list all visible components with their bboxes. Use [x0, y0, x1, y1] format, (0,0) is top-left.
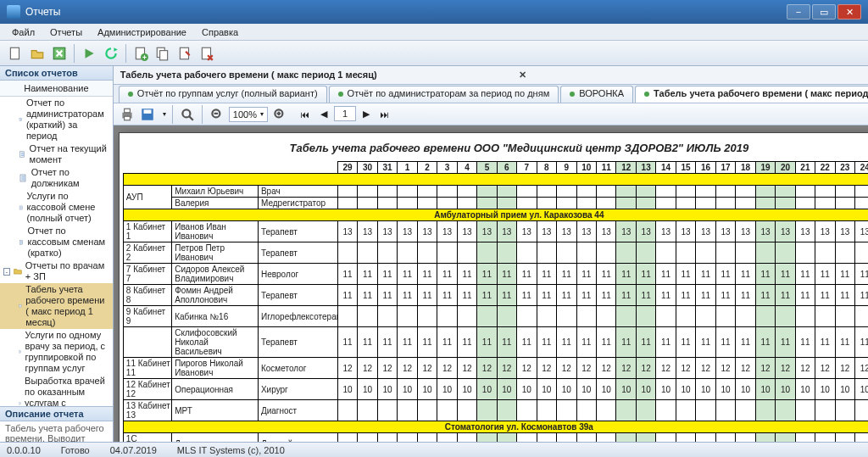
role-cell: Терапевт — [258, 327, 337, 358]
name-cell: Склифосовский Николай Васильевич — [172, 327, 259, 358]
page-number-input[interactable]: 1 — [334, 106, 356, 121]
tree-item[interactable]: Отчет на текущий момент — [0, 142, 113, 166]
day-cell — [398, 400, 417, 421]
report-tab[interactable]: Отчёт по администраторам за период по дн… — [329, 86, 559, 103]
tree-item[interactable]: Услуги по кассовой смене (полный отчет) — [0, 190, 113, 225]
day-cell: 11 — [477, 327, 497, 358]
day-header: 21 — [795, 162, 815, 174]
svg-rect-99 — [124, 109, 130, 113]
zoom-out-icon[interactable] — [209, 106, 225, 123]
toolbar-add-report-icon[interactable] — [131, 43, 151, 64]
save-dropdown-icon[interactable]: ▾ — [163, 110, 166, 118]
tree-item[interactable]: Услуги по одному врачу за период, с груп… — [0, 329, 113, 375]
report-scroll-area[interactable]: Табель учета рабочего времени ООО "Медиц… — [114, 125, 868, 442]
tab-status-icon — [644, 92, 649, 97]
day-cell: 11 — [696, 285, 715, 306]
day-cell: 10 — [616, 379, 636, 400]
cab-cell: 2 Кабинет 2 — [123, 242, 171, 264]
day-cell: 11 — [835, 264, 854, 285]
toolbar-open-icon[interactable] — [27, 43, 47, 64]
day-cell — [337, 242, 357, 264]
toolbar-edit-report-icon[interactable] — [175, 43, 195, 64]
day-cell: 12 — [656, 358, 676, 379]
day-cell — [557, 242, 576, 264]
day-cell: 11 — [337, 327, 357, 358]
day-cell — [537, 186, 556, 198]
day-cell: 13 — [358, 221, 377, 242]
tree-item[interactable]: Выработка врачей по оказанным услугам с … — [0, 375, 113, 406]
day-cell: 10 — [537, 379, 556, 400]
report-tab[interactable]: Табель учета рабочего времени ( макс пер… — [635, 86, 868, 103]
day-cell: 10 — [557, 379, 576, 400]
day-cell — [736, 306, 755, 327]
svg-marker-3 — [114, 47, 118, 52]
day-cell: 10 — [398, 379, 417, 400]
day-cell: 11 — [715, 327, 735, 358]
report-tab[interactable]: ВОРОНКА — [560, 86, 633, 103]
report-tree[interactable]: Отчет по администраторам (краткий) за пе… — [0, 97, 113, 406]
tree-toggle-icon[interactable]: - — [3, 268, 10, 276]
day-cell: 12 — [795, 433, 815, 443]
toolbar-run-icon[interactable] — [79, 43, 99, 64]
report-tab[interactable]: Отчёт по группам услуг (полный вариант) — [119, 86, 327, 103]
toolbar-export-icon[interactable] — [49, 43, 70, 64]
day-cell — [457, 400, 476, 421]
window-close-button[interactable]: ✕ — [837, 4, 861, 20]
zoom-in-icon[interactable] — [271, 106, 288, 123]
tree-item-label: Отчеты по врачам + ЗП — [25, 260, 110, 282]
day-cell: 12 — [557, 433, 576, 443]
menu-admin[interactable]: Администрирование — [91, 25, 193, 39]
day-cell — [398, 306, 417, 327]
toolbar-new-icon[interactable] — [5, 43, 25, 64]
day-cell: 11 — [398, 285, 417, 306]
tree-item[interactable]: Отчет по администраторам (краткий) за пе… — [0, 97, 113, 142]
day-cell: 12 — [398, 433, 417, 443]
tree-item-label: Отчет на текущий момент — [30, 143, 110, 165]
menu-reports[interactable]: Отчеты — [43, 25, 89, 39]
cab-cell: 9 Кабинет 9 — [123, 306, 171, 327]
page-prev-icon[interactable]: ◀ — [315, 106, 332, 123]
toolbar-reset-icon[interactable] — [101, 43, 121, 64]
menu-file[interactable]: Файл — [5, 25, 42, 39]
window-minimize-button[interactable]: − — [787, 4, 810, 20]
window-maximize-button[interactable]: ▭ — [812, 4, 836, 20]
day-cell — [616, 400, 636, 421]
day-cell: 11 — [656, 327, 676, 358]
tree-item[interactable]: Табель учета рабочего времени ( макс пер… — [0, 283, 113, 329]
tree-item[interactable]: Отчет по кассовым сменам (кратко) — [0, 225, 113, 259]
day-cell — [815, 400, 835, 421]
print-icon[interactable] — [119, 106, 136, 123]
day-header: 20 — [776, 162, 795, 174]
day-cell — [497, 198, 516, 209]
menu-help[interactable]: Справка — [195, 25, 245, 39]
zoom-select[interactable]: 100%▾ — [229, 107, 268, 122]
day-cell: 11 — [477, 264, 497, 285]
day-cell — [398, 242, 417, 264]
day-cell — [616, 198, 636, 209]
tree-item-label: Выработка врачей по оказанным услугам с … — [25, 376, 110, 406]
page-next-icon[interactable]: ▶ — [358, 106, 375, 123]
tree-item[interactable]: Отчет по должникам — [0, 166, 113, 190]
day-cell — [437, 400, 457, 421]
section-header: Амбулаторный прием ул. Каракозова 44 — [123, 209, 868, 221]
day-cell: 12 — [337, 358, 357, 379]
page-first-icon[interactable]: ⏮ — [297, 106, 314, 123]
toolbar-delete-report-icon[interactable] — [197, 43, 217, 64]
find-icon[interactable] — [179, 106, 196, 123]
tree-folder[interactable]: -Отчеты по врачам + ЗП — [0, 259, 113, 283]
day-header: 14 — [656, 162, 676, 174]
day-cell — [696, 400, 715, 421]
day-cell: 12 — [377, 433, 397, 443]
name-cell: Сидоров Алексей Владимирович — [172, 264, 259, 285]
day-cell: 10 — [596, 379, 615, 400]
toolbar-copy-report-icon[interactable] — [153, 43, 173, 64]
day-cell: 11 — [815, 264, 835, 285]
day-cell — [636, 306, 655, 327]
day-cell: 12 — [457, 358, 476, 379]
day-cell: 12 — [377, 358, 397, 379]
report-view-close-button[interactable]: ✕ — [519, 70, 868, 81]
page-last-icon[interactable]: ⏭ — [376, 106, 393, 123]
day-cell: 10 — [497, 379, 516, 400]
day-cell — [358, 198, 377, 209]
save-icon[interactable] — [139, 106, 156, 123]
